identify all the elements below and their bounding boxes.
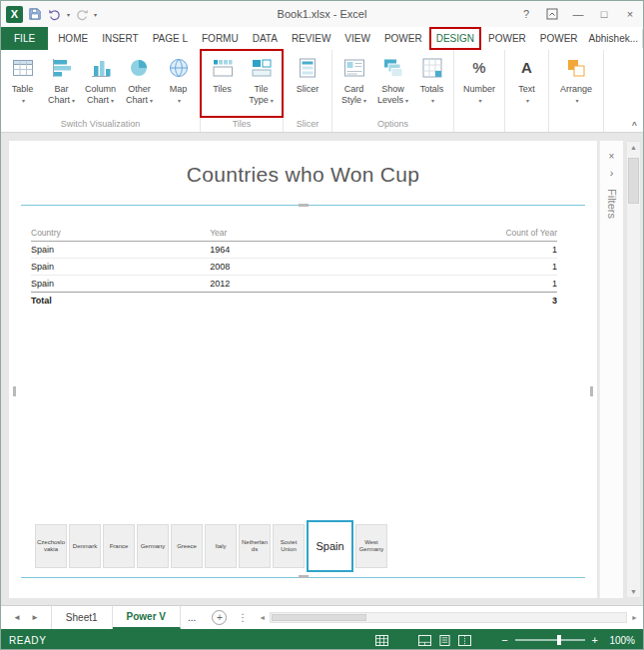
tile-spain-selected[interactable]: Spain (307, 520, 353, 572)
zoom-level[interactable]: 100% (605, 635, 635, 646)
tab-file[interactable]: FILE (1, 27, 48, 50)
arrange-button[interactable]: Arrange ▾ (551, 52, 601, 117)
sheet-tab-sheet1[interactable]: Sheet1 (51, 606, 113, 629)
page-layout-view-button[interactable] (438, 635, 451, 646)
zoom-slider[interactable] (515, 639, 585, 641)
slicer-button[interactable]: Slicer (286, 52, 329, 117)
tab-view[interactable]: VIEW (337, 27, 377, 50)
signed-in-user[interactable]: Abhishek... (585, 27, 642, 50)
help-button[interactable]: ? (513, 1, 539, 27)
page-break-view-button[interactable] (458, 635, 471, 646)
scroll-right-icon[interactable]: ► (631, 614, 638, 621)
dropdown-caret-icon: ▾ (363, 98, 366, 104)
show-levels-button[interactable]: Show Levels▾ (373, 52, 412, 117)
tab-home[interactable]: HOME (51, 27, 95, 50)
table-row[interactable]: Spain 1964 1 (31, 242, 557, 259)
undo-caret-icon[interactable]: ▾ (67, 11, 70, 18)
table-row[interactable]: Spain 2012 1 (31, 276, 557, 293)
text-button[interactable]: A Text ▾ (507, 52, 546, 117)
bar-chart-button[interactable]: Bar Chart▾ (42, 52, 81, 117)
zoom-slider-thumb[interactable] (557, 635, 561, 645)
ribbon-display-options-icon[interactable] (539, 1, 565, 27)
tab-review[interactable]: REVIEW (285, 27, 337, 50)
horizontal-scrollbar-thumb[interactable] (272, 614, 366, 621)
number-button[interactable]: % Number ▾ (456, 52, 502, 117)
button-label: Arrange (560, 84, 592, 95)
filters-panel: × › Filters (599, 141, 623, 598)
totals-button[interactable]: Totals ▾ (412, 52, 451, 117)
tile-czechoslovakia[interactable]: Czechoslovakia (35, 524, 67, 568)
report-title[interactable]: Countries who Won Cup (9, 163, 597, 187)
tab-insert[interactable]: INSERT (95, 27, 146, 50)
resize-handle-right[interactable] (590, 386, 593, 396)
group-label-switch-visualization: Switch Visualization (1, 117, 200, 132)
close-button[interactable]: × (617, 1, 643, 27)
power-view-report[interactable]: Countries who Won Cup Country Year Count… (9, 141, 597, 598)
new-sheet-button[interactable]: + (212, 610, 227, 625)
column-header-country[interactable]: Country (31, 226, 210, 242)
number-format-icon: % (466, 55, 492, 81)
resize-handle-left[interactable] (13, 386, 16, 396)
tab-page-layout[interactable]: PAGE L (146, 27, 195, 50)
resize-handle-bottom[interactable] (299, 575, 309, 578)
tile-france[interactable]: France (103, 524, 135, 568)
horizontal-scrollbar[interactable]: ◄ ► (259, 606, 643, 629)
column-header-count-of-year[interactable]: Count of Year (409, 226, 557, 242)
tab-power-1[interactable]: POWER (377, 27, 429, 50)
dropdown-caret-icon: ▾ (405, 98, 408, 104)
zoom-in-button[interactable]: + (592, 635, 598, 646)
scroll-up-icon[interactable]: ▲ (627, 144, 640, 151)
tab-design[interactable]: DESIGN (429, 27, 481, 50)
sheet-tab-menu-icon[interactable]: ⋮ (227, 606, 259, 629)
sheet-tab-power-view[interactable]: Power V (113, 606, 181, 629)
group-label-tiles: Tiles (201, 117, 283, 132)
macro-grid-icon[interactable] (375, 635, 388, 646)
column-header-year[interactable]: Year (210, 226, 409, 242)
prev-sheet-icon[interactable]: ◄ (13, 613, 21, 622)
collapse-ribbon-icon[interactable]: ^ (632, 120, 637, 130)
column-chart-button[interactable]: Column Chart▾ (81, 52, 120, 117)
group-label-options: Options (332, 117, 453, 132)
filters-close-icon[interactable]: × (609, 151, 615, 162)
maximize-button[interactable]: □ (591, 1, 617, 27)
report-table[interactable]: Country Year Count of Year Spain 1964 1 … (31, 226, 557, 309)
next-sheet-icon[interactable]: ► (31, 613, 39, 622)
table-button[interactable]: Table ▾ (3, 52, 42, 117)
map-button[interactable]: Map ▾ (159, 52, 198, 117)
tile-type-button[interactable]: Tile Type▾ (242, 52, 281, 117)
tile-netherlands[interactable]: Netherlands (239, 524, 271, 568)
card-style-button[interactable]: Card Style▾ (334, 52, 373, 117)
horizontal-scrollbar-track[interactable] (270, 612, 627, 623)
tab-power-3[interactable]: POWER (533, 27, 585, 50)
redo-icon[interactable] (74, 6, 90, 22)
tile-denmark[interactable]: Denmark (69, 524, 101, 568)
normal-view-button[interactable] (418, 635, 431, 646)
undo-icon[interactable] (47, 6, 63, 22)
resize-handle-top[interactable] (299, 204, 309, 207)
tiles-button[interactable]: Tiles (203, 52, 242, 117)
tab-power-2[interactable]: POWER (481, 27, 533, 50)
tile-container[interactable]: Country Year Count of Year Spain 1964 1 … (21, 205, 585, 578)
zoom-out-button[interactable]: − (501, 635, 507, 646)
excel-logo-icon[interactable]: X (6, 6, 23, 23)
table-row[interactable]: Spain 2008 1 (31, 259, 557, 276)
dropdown-caret-icon: ▾ (111, 98, 114, 104)
tile-soviet-union[interactable]: Soviet Union (273, 524, 305, 568)
minimize-button[interactable]: — (565, 1, 591, 27)
tile-germany[interactable]: Germany (137, 524, 169, 568)
qat-customize-icon[interactable]: ▾ (94, 11, 97, 18)
sheet-tab-overflow[interactable]: ... (181, 606, 203, 629)
vertical-scrollbar-thumb[interactable] (628, 158, 639, 204)
other-chart-button[interactable]: Other Chart▾ (120, 52, 159, 117)
save-icon[interactable] (27, 6, 43, 22)
cell-country: Spain (31, 242, 210, 259)
tab-formulas[interactable]: FORMU (195, 27, 246, 50)
tile-greece[interactable]: Greece (171, 524, 203, 568)
filters-expand-icon[interactable]: › (610, 167, 614, 179)
scroll-down-icon[interactable]: ▼ (627, 588, 640, 595)
tile-west-germany[interactable]: West Germany (355, 524, 387, 568)
tile-italy[interactable]: Italy (205, 524, 237, 568)
scroll-left-icon[interactable]: ◄ (259, 614, 266, 621)
tab-data[interactable]: DATA (246, 27, 285, 50)
vertical-scrollbar[interactable]: ▲ ▼ (626, 141, 641, 598)
